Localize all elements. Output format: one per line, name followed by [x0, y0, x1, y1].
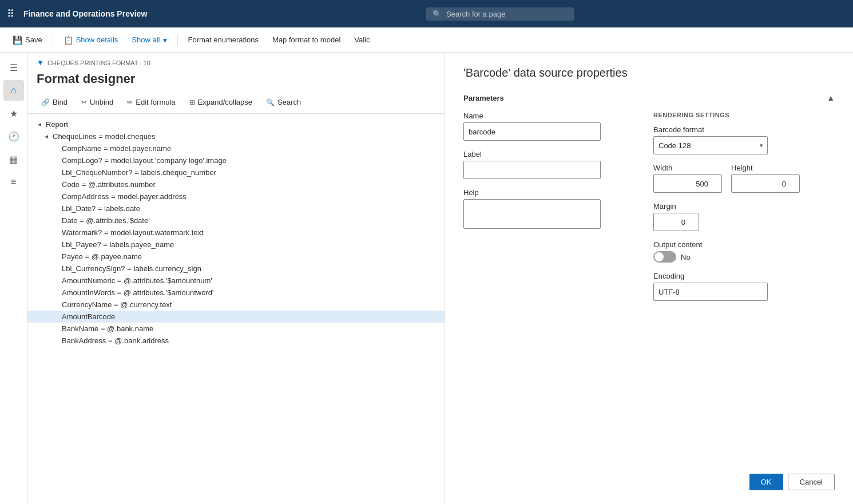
- global-search[interactable]: 🔍 Search for a page: [426, 7, 574, 21]
- map-format-button[interactable]: Map format to model: [267, 32, 346, 47]
- edit-formula-button[interactable]: ✏ Edit formula: [122, 96, 180, 109]
- tree-item[interactable]: Lbl_CurrencySign? = labels.currency_sign: [27, 263, 445, 275]
- tree-item[interactable]: AmountNumeric = @.attributes.'$amountnum…: [27, 275, 445, 287]
- top-bar: ⠿ Finance and Operations Preview 🔍 Searc…: [0, 0, 853, 27]
- tree-item[interactable]: CompName = model.payer.name: [27, 142, 445, 154]
- tree-item[interactable]: Lbl_ChequeNumber? = labels.cheque_number: [27, 166, 445, 178]
- label-input[interactable]: [463, 161, 601, 179]
- encoding-input[interactable]: [653, 283, 768, 301]
- ok-button[interactable]: OK: [749, 474, 783, 490]
- output-content-toggle[interactable]: [653, 251, 676, 263]
- sub-toolbar: 🔗 Bind ✂ Unbind ✏ Edit formula ⊞ Expand/…: [27, 93, 445, 114]
- output-content-label: Output content: [653, 240, 835, 249]
- app-menu-icon[interactable]: ⠿: [7, 7, 14, 20]
- tree-item[interactable]: Lbl_Payee? = labels.payee_name: [27, 239, 445, 251]
- tree-item[interactable]: BankAddress = @.bank.address: [27, 335, 445, 347]
- search-icon: 🔍: [266, 98, 275, 106]
- tree-item[interactable]: BankName = @.bank.name: [27, 323, 445, 335]
- calendar-icon: ▦: [9, 154, 18, 165]
- tree-item-label: BankName = @.bank.name: [62, 324, 153, 333]
- valid-button[interactable]: Valic: [348, 32, 375, 47]
- tree-item[interactable]: Date = @.attributes.'$date': [27, 215, 445, 227]
- name-input[interactable]: [463, 122, 601, 141]
- tree-item[interactable]: CurrencyName = @.currency.text: [27, 299, 445, 311]
- tree-item[interactable]: Code = @.attributes.number: [27, 178, 445, 191]
- details-icon: 📋: [64, 35, 73, 45]
- margin-group: Margin: [653, 202, 835, 231]
- height-field-group: Height: [731, 164, 800, 193]
- tree-item[interactable]: ◄Report: [27, 118, 445, 130]
- menu-icon: ☰: [10, 62, 18, 73]
- tree-item[interactable]: CompLogo? = model.layout.'company logo'.…: [27, 154, 445, 166]
- tree-item-label: Lbl_Payee? = labels.payee_name: [62, 240, 174, 249]
- save-button[interactable]: 💾 Save: [7, 32, 48, 48]
- output-content-toggle-row: No: [653, 251, 835, 263]
- tree-item[interactable]: ◄ChequeLines = model.cheques: [27, 130, 445, 142]
- collapse-icon: ◄: [37, 121, 43, 128]
- format-enumerations-button[interactable]: Format enumerations: [182, 32, 265, 47]
- tree-item[interactable]: Watermark? = model.layout.watermark.text: [27, 227, 445, 239]
- parameters-label: Parameters: [463, 94, 504, 102]
- tree-item[interactable]: AmountInWords = @.attributes.'$amountwor…: [27, 287, 445, 299]
- unbind-icon: ✂: [81, 98, 87, 106]
- star-icon: ★: [10, 108, 18, 119]
- width-label: Width: [653, 164, 722, 172]
- tree-item-label: Lbl_Date? = labels.date: [62, 204, 140, 213]
- output-content-value: No: [681, 253, 691, 261]
- name-field-group: Name: [463, 112, 601, 141]
- home-icon: ⌂: [11, 85, 17, 96]
- parameters-section-header: Parameters ▲: [463, 93, 835, 102]
- margin-input[interactable]: [653, 213, 699, 231]
- tree-item[interactable]: CompAddress = model.payer.address: [27, 191, 445, 203]
- tree-item-label: BankAddress = @.bank.address: [62, 336, 169, 345]
- sidebar-favorites-button[interactable]: ★: [3, 103, 24, 124]
- sidebar-list-button[interactable]: ≡: [3, 172, 24, 192]
- barcode-format-label: Barcode format: [653, 125, 835, 134]
- bind-button[interactable]: 🔗 Bind: [37, 96, 72, 109]
- tree-item-label: AmountInWords = @.attributes.'$amountwor…: [62, 288, 213, 297]
- cancel-button[interactable]: Cancel: [788, 474, 835, 490]
- tree-item[interactable]: Payee = @.payee.name: [27, 251, 445, 263]
- tree-item-label: CompAddress = model.payer.address: [62, 192, 187, 201]
- rendering-settings-section: RENDERING SETTINGS Barcode format Code 1…: [653, 112, 835, 310]
- chevron-down-icon: ▾: [163, 35, 167, 45]
- width-input[interactable]: [653, 174, 722, 193]
- left-panel: ▼ CHEQUES PRINTING FORMAT : 10 Format de…: [27, 53, 445, 504]
- bind-icon: 🔗: [41, 98, 50, 106]
- show-all-button[interactable]: Show all ▾: [126, 32, 172, 48]
- tree-item[interactable]: Lbl_Date? = labels.date: [27, 203, 445, 215]
- breadcrumb: ▼ CHEQUES PRINTING FORMAT : 10: [27, 53, 445, 69]
- sidebar-home-button[interactable]: ⌂: [3, 80, 24, 101]
- expand-icon: ⊞: [189, 98, 195, 106]
- expand-collapse-button[interactable]: ⊞ Expand/collapse: [185, 96, 257, 109]
- rendering-settings-title: RENDERING SETTINGS: [653, 112, 835, 118]
- dimensions-group: Width Height: [653, 164, 835, 193]
- sidebar-workspaces-button[interactable]: ▦: [3, 149, 24, 169]
- search-icon: 🔍: [433, 10, 442, 18]
- barcode-format-select[interactable]: Code 128 QR Code EAN-13 PDF417: [653, 136, 768, 154]
- show-details-button[interactable]: 📋 Show details: [58, 32, 124, 48]
- tree-item-label: ChequeLines = model.cheques: [53, 132, 156, 141]
- search-button[interactable]: 🔍 Search: [261, 96, 306, 109]
- help-textarea[interactable]: [463, 199, 601, 229]
- width-field-group: Width: [653, 164, 722, 193]
- sidebar-recent-button[interactable]: 🕐: [3, 126, 24, 146]
- clock-icon: 🕐: [8, 131, 19, 142]
- parameters-content: Name Label Help RENDERING SETTINGS Barco…: [463, 112, 835, 310]
- tree-item[interactable]: AmountBarcode: [27, 311, 445, 323]
- encoding-label: Encoding: [653, 272, 835, 280]
- tree-item-label: AmountBarcode: [62, 312, 115, 321]
- margin-field: [653, 213, 699, 231]
- parameters-collapse-button[interactable]: ▲: [827, 93, 835, 102]
- tree-item-label: CompLogo? = model.layout.'company logo'.…: [62, 156, 227, 165]
- search-placeholder: Search for a page: [446, 10, 505, 18]
- unbind-button[interactable]: ✂ Unbind: [77, 96, 118, 109]
- tree-item-label: Payee = @.payee.name: [62, 252, 142, 261]
- help-field-group: Help: [463, 188, 601, 231]
- page-title: Format designer: [27, 69, 445, 93]
- label-field-group: Label: [463, 150, 601, 179]
- tree-item-label: Lbl_ChequeNumber? = labels.cheque_number: [62, 168, 216, 177]
- height-input[interactable]: [731, 174, 800, 193]
- sidebar-menu-button[interactable]: ☰: [3, 57, 24, 78]
- toggle-knob: [654, 252, 664, 261]
